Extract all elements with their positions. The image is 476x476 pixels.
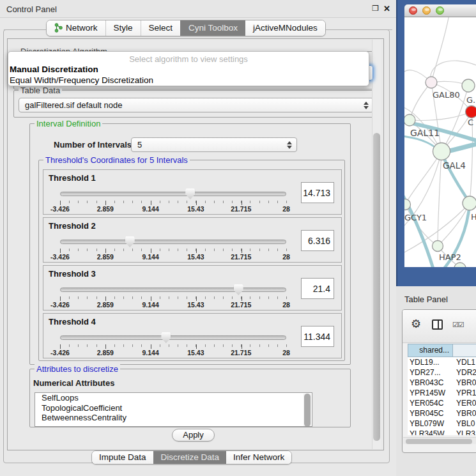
tab-impute-data[interactable]: Impute Data [92,451,153,464]
column-header-shared-name[interactable]: shared... [408,344,453,357]
numerical-attributes-list[interactable]: SelfLoops TopologicalCoefficient Between… [35,392,312,427]
table-row[interactable]: YBR043CYBR0 [408,378,476,388]
table-data-combobox[interactable]: galFiltered.sif default node [19,98,374,112]
cell-name[interactable]: YLR3 [454,429,475,435]
table-toolbar: ⚙ ☑☑ [403,310,476,343]
threshold-value-field[interactable] [301,278,334,299]
tick-label: -3.426 [50,349,70,357]
threshold-slider[interactable] [60,236,286,247]
cell-name[interactable]: YDL1 [454,357,475,367]
node-h[interactable] [463,196,476,210]
cell-shared-name[interactable]: YBL079W [408,418,454,429]
panel-scrollbar-thumb[interactable] [373,133,380,441]
list-scrollbar[interactable] [303,394,311,427]
apply-button[interactable]: Apply [172,429,215,441]
slider-thumb[interactable] [185,188,195,199]
threshold-label: Threshold 3 [49,269,96,279]
table-scrollbar-thumb[interactable] [406,439,472,444]
slider-thumb[interactable] [125,236,135,247]
node-gal11[interactable] [404,114,415,126]
table-row[interactable]: YLR345WYLR3 [408,429,476,435]
cell-shared-name[interactable]: YBR043C [408,378,454,388]
tab-infer-network[interactable]: Infer Network [226,451,291,464]
tick-labels: -3.426 2.859 9.144 15.43 21.715 28 [60,301,286,309]
table-data-selected: galFiltered.sif default node [25,100,122,110]
cell-shared-name[interactable]: YDR27... [408,367,454,378]
table-row[interactable]: YDR27...YDR2 [408,367,476,378]
tick-label: -3.426 [50,205,70,213]
table-row[interactable]: YBR045CYBR0 [408,408,476,418]
tick-label: -3.426 [50,253,70,261]
network-canvas[interactable]: GAL80 G. C GAL11 GAL4 GCY1 H HAP2 [404,17,476,267]
slider-thumb[interactable] [161,332,171,343]
node-label-gcy1: GCY1 [404,213,427,222]
cell-name[interactable]: YBR0 [454,408,476,418]
popup-option-manual-discretization[interactable]: Manual Discretization [10,65,98,74]
minimize-traffic-light[interactable] [422,6,431,15]
list-item[interactable]: TopologicalCoefficient [35,403,312,413]
column-header-name[interactable]: na [453,344,476,357]
gear-icon[interactable]: ⚙ [411,318,421,330]
list-item[interactable]: SelfLoops [35,393,312,403]
cell-name[interactable]: YBR0 [454,378,476,388]
tick-label: 28 [282,253,290,261]
panel-vertical-scrollbar[interactable] [372,40,381,449]
network-window-titlebar[interactable] [404,4,476,17]
table-row[interactable]: YBL079WYBL0 [408,418,476,429]
cell-shared-name[interactable]: YLR345W [408,429,454,435]
threshold-slider[interactable] [60,188,286,199]
list-item[interactable]: BetweennessCentrality [35,413,312,423]
node-green-top[interactable] [462,79,475,92]
list-scrollbar-thumb[interactable] [304,394,311,427]
columns-icon[interactable] [432,319,443,330]
threshold-slider[interactable] [60,332,286,343]
threshold-value-field[interactable] [301,230,334,251]
select-columns-icon[interactable]: ☑☑ [452,321,464,329]
table-row[interactable]: YER054CYER0 [408,398,476,408]
cell-shared-name[interactable]: YBR045C [408,408,454,418]
close-traffic-light[interactable] [409,6,417,15]
threshold-value-field[interactable] [301,326,334,347]
cell-name[interactable]: YBL0 [454,418,475,429]
tick-label: 9.144 [142,301,158,309]
tab-cyni-toolbox[interactable]: Cyni Toolbox [180,20,245,36]
close-icon[interactable]: ✕ [383,4,390,13]
tab-network[interactable]: Network [47,20,105,36]
slider-track[interactable] [60,192,286,196]
threshold-slider[interactable] [60,284,286,295]
cell-shared-name[interactable]: YER054C [408,398,454,408]
table-row[interactable]: YDL19...YDL1 [408,357,476,367]
tab-select[interactable]: Select [141,20,181,36]
tab-jactivemnodules[interactable]: jActiveMNodules [245,20,325,36]
zoom-traffic-light[interactable] [436,6,444,15]
threshold-value-field[interactable] [301,182,334,203]
node-gal4[interactable] [433,143,450,160]
slider-track[interactable] [60,288,286,292]
slider-track[interactable] [60,240,286,244]
tab-jactivemnodules-label: jActiveMNodules [253,23,318,33]
node-red[interactable] [466,106,476,118]
popup-option-equal-width[interactable]: Equal Width/Frequency Discretization [10,75,153,85]
tab-style[interactable]: Style [105,20,141,36]
tick-label: 21.715 [231,253,251,261]
table-horizontal-scrollbar[interactable] [403,437,476,444]
cell-shared-name[interactable]: YPR145W [408,388,454,398]
attributes-group-title: Attributes to discretize [35,364,120,374]
tab-discretize-data[interactable]: Discretize Data [153,451,227,464]
node-gal80[interactable] [426,77,437,88]
slider-thumb[interactable] [234,284,243,295]
tab-cyni-toolbox-label: Cyni Toolbox [188,23,238,33]
cell-shared-name[interactable]: YDL19... [408,357,454,367]
float-window-icon[interactable]: ❒ [372,4,379,13]
slider-track[interactable] [60,335,286,340]
node-hap2[interactable] [433,241,443,252]
node-bottom[interactable] [454,263,466,267]
cell-name[interactable]: YDR2 [454,367,476,378]
tick-labels: -3.426 2.859 9.144 15.43 21.715 28 [60,349,286,357]
threshold-panel: Threshold 1 -3.426 2.859 9.144 15.43 21.… [43,169,342,215]
network-icon [54,23,63,33]
table-row[interactable]: YPR145WYPR1 [408,388,476,398]
number-of-intervals-combobox[interactable]: 5 [131,137,297,152]
cell-name[interactable]: YER0 [454,398,476,408]
cell-name[interactable]: YPR1 [454,388,476,398]
